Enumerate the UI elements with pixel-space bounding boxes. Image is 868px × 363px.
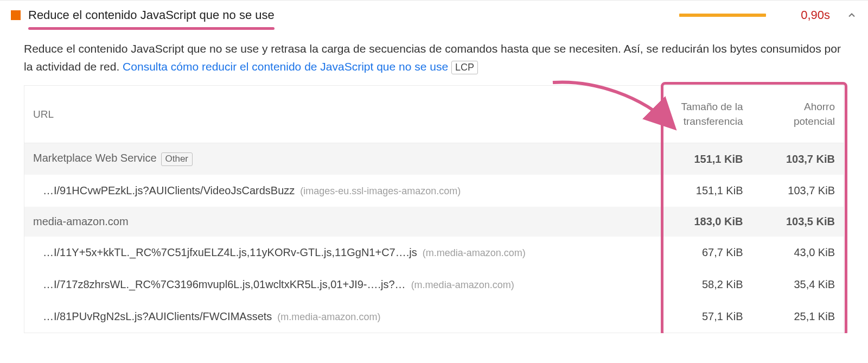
transfer-size: 183,0 KiB <box>660 207 752 237</box>
potential-savings: 103,5 KiB <box>752 207 844 237</box>
url-cell: Marketplace Web ServiceOther <box>24 143 660 175</box>
audit-item: Reduce el contenido JavaScript que no se… <box>0 0 868 333</box>
domain-label: (m.media-amazon.com) <box>423 247 526 258</box>
learn-more-link[interactable]: Consulta cómo reducir el contenido de Ja… <box>123 60 448 73</box>
audit-title: Reduce el contenido JavaScript que no se… <box>28 8 275 22</box>
url-cell: …I/91HCvwPEzkL.js?AUIClients/VideoJsCard… <box>24 175 660 207</box>
col-savings: Ahorro potencial <box>752 86 844 143</box>
category-tag: Other <box>161 152 193 166</box>
potential-savings: 35,4 KiB <box>752 269 844 301</box>
table-row[interactable]: media-amazon.com183,0 KiB103,5 KiB <box>24 207 844 237</box>
metric-badge: LCP <box>451 61 478 74</box>
url-cell: media-amazon.com <box>24 207 660 237</box>
potential-savings: 103,7 KiB <box>752 143 844 175</box>
potential-savings: 25,1 KiB <box>752 301 844 333</box>
domain-label: (m.media-amazon.com) <box>411 279 514 290</box>
table-container: URL Tamaño de la transferencia Ahorro po… <box>24 85 844 333</box>
table-row[interactable]: …I/81PUvRgN2sL.js?AUIClients/FWCIMAssets… <box>24 301 844 333</box>
domain-label: (m.media-amazon.com) <box>277 311 380 322</box>
url-cell: …I/11Y+5x+kkTL._RC%7C51jfxuELZ4L.js,11yK… <box>24 237 660 269</box>
potential-savings: 43,0 KiB <box>752 237 844 269</box>
url-cell: …I/717z8zhrsWL._RC%7C3196mvupl6L.js,01wc… <box>24 269 660 301</box>
potential-savings: 103,7 KiB <box>752 175 844 207</box>
audit-header[interactable]: Reduce el contenido JavaScript que no se… <box>0 1 868 27</box>
audit-time: 0,90s <box>774 8 830 22</box>
audit-description: Reduce el contenido JavaScript que no se… <box>0 27 868 85</box>
transfer-size: 57,1 KiB <box>660 301 752 333</box>
chevron-up-icon[interactable] <box>846 10 857 21</box>
url-cell: …I/81PUvRgN2sL.js?AUIClients/FWCIMAssets… <box>24 301 660 333</box>
domain-label: (images-eu.ssl-images-amazon.com) <box>300 186 461 196</box>
table-row[interactable]: …I/717z8zhrsWL._RC%7C3196mvupl6L.js,01wc… <box>24 269 844 301</box>
warning-square-icon <box>11 10 21 20</box>
transfer-size: 151,1 KiB <box>660 143 752 175</box>
col-transfer: Tamaño de la transferencia <box>660 86 752 143</box>
transfer-size: 58,2 KiB <box>660 269 752 301</box>
table-row[interactable]: …I/11Y+5x+kkTL._RC%7C51jfxuELZ4L.js,11yK… <box>24 237 844 269</box>
results-table: URL Tamaño de la transferencia Ahorro po… <box>24 85 844 333</box>
sparkline-bar <box>679 14 766 17</box>
col-url: URL <box>24 86 660 143</box>
transfer-size: 151,1 KiB <box>660 175 752 207</box>
table-row[interactable]: …I/91HCvwPEzkL.js?AUIClients/VideoJsCard… <box>24 175 844 207</box>
transfer-size: 67,7 KiB <box>660 237 752 269</box>
table-row[interactable]: Marketplace Web ServiceOther151,1 KiB103… <box>24 143 844 175</box>
